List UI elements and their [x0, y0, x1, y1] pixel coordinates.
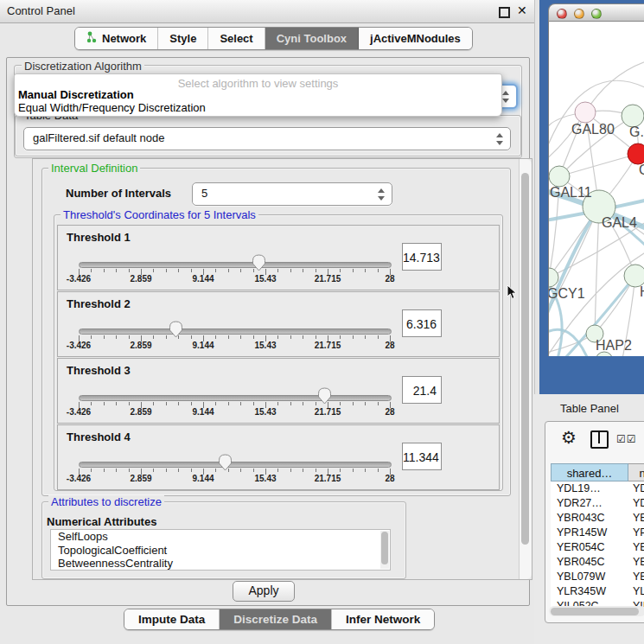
- network-window-titlebar[interactable]: [548, 3, 644, 22]
- column-header-shared[interactable]: shared…: [551, 463, 628, 481]
- slider-tick-label: 21.715: [315, 474, 341, 483]
- cell-name: YBL0: [633, 571, 644, 583]
- combo-arrows-icon: [502, 91, 509, 103]
- float-window-icon[interactable]: [499, 7, 510, 18]
- tab-select[interactable]: Select: [208, 28, 265, 49]
- slider-tick-label: 28: [385, 341, 394, 350]
- close-icon[interactable]: ✕: [517, 3, 527, 17]
- slider-tick: [290, 469, 291, 472]
- threshold-value-field[interactable]: 6.316: [402, 309, 442, 337]
- threshold-value-field[interactable]: 21.4: [402, 376, 442, 404]
- slider-track[interactable]: [79, 328, 392, 335]
- slider-track[interactable]: [79, 395, 392, 401]
- network-edge-highlight[interactable]: [549, 329, 588, 356]
- algorithm-dropdown-popup: Select algorithm to view settings Manual…: [14, 73, 502, 117]
- scrollbar-thumb[interactable]: [521, 173, 529, 545]
- slider-tick: [166, 402, 167, 405]
- numerical-attributes-list[interactable]: SelfLoopsTopologicalCoefficientBetweenne…: [50, 529, 391, 571]
- slider-tick: [178, 269, 179, 272]
- tab-jactivemnodules[interactable]: jActiveMNodules: [359, 28, 472, 49]
- scrollbar-thumb[interactable]: [551, 608, 639, 615]
- zoom-traffic-light-icon[interactable]: [591, 9, 602, 19]
- gear-icon[interactable]: ⚙: [561, 427, 577, 448]
- slider-tick: [240, 335, 241, 339]
- slider-tick: [228, 402, 229, 405]
- slider-tick: [91, 469, 92, 472]
- horizontal-scrollbar[interactable]: [549, 606, 644, 616]
- slider-tick-label: 15.43: [254, 407, 276, 417]
- attributes-scrollbar[interactable]: [380, 531, 389, 569]
- slider-thumb[interactable]: [252, 254, 266, 275]
- tab-cyni-toolbox[interactable]: Cyni Toolbox: [265, 28, 359, 49]
- combo-arrows-icon: [496, 133, 503, 145]
- table-row[interactable]: YDR27…YDR2: [551, 497, 644, 512]
- tab-infer-network[interactable]: Infer Network: [332, 609, 434, 629]
- tab-label: Network: [102, 32, 146, 45]
- attribute-item[interactable]: SelfLoops: [51, 530, 390, 544]
- split-columns-icon[interactable]: [590, 430, 609, 449]
- table-data-combobox[interactable]: galFiltered.sif default node: [23, 127, 511, 150]
- network-canvas[interactable]: GAL80G.CGAL11GAL4GCY1HHAP2: [548, 22, 644, 356]
- network-node-GAL11[interactable]: [549, 166, 570, 187]
- network-node-GAL80[interactable]: [575, 102, 596, 123]
- slider-tick: [153, 269, 154, 272]
- slider-tick: [215, 335, 216, 339]
- slider-tick: [104, 469, 105, 472]
- close-traffic-light-icon[interactable]: [557, 9, 567, 19]
- network-node-GCY1[interactable]: [549, 268, 558, 287]
- tab-discretize-data[interactable]: Discretize Data: [220, 609, 332, 629]
- network-view-window: GAL80G.CGAL11GAL4GCY1HHAP2: [548, 3, 644, 356]
- combo-arrows-icon: [378, 188, 385, 201]
- threshold-panel-3: Threshold 3-3.4262.8599.14415.4321.71528…: [57, 358, 500, 424]
- threshold-value-field[interactable]: 14.713: [402, 243, 442, 271]
- apply-button[interactable]: Apply: [233, 581, 295, 602]
- slider-tick: [316, 469, 316, 472]
- column-header-name[interactable]: na: [628, 463, 644, 481]
- slider-tick: [303, 335, 303, 339]
- slider-track[interactable]: [79, 462, 392, 468]
- threshold-label: Threshold 1: [67, 231, 131, 244]
- table-row[interactable]: YDL19…YDL1: [551, 482, 644, 497]
- slider-tick: [116, 469, 117, 472]
- tab-label: Select: [220, 32, 252, 45]
- slider-thumb[interactable]: [317, 387, 332, 408]
- network-icon: [86, 31, 98, 46]
- slider-tick: [240, 469, 241, 472]
- cell-shared-name: YBL079W: [557, 571, 628, 583]
- slider-track[interactable]: [79, 262, 392, 268]
- mouse-cursor: [507, 285, 518, 301]
- slider-tick: [378, 269, 379, 272]
- slider-thumb[interactable]: [218, 454, 233, 475]
- cell-shared-name: YPR145W: [557, 526, 628, 539]
- slider-tick: [129, 469, 130, 472]
- table-row[interactable]: YBR043CYBR0: [551, 512, 644, 526]
- table-row[interactable]: YLR345WYLR3: [551, 585, 644, 600]
- algorithm-option[interactable]: Manual Discretization: [18, 88, 134, 101]
- threshold-value-field[interactable]: 11.344: [402, 443, 442, 470]
- tab-style[interactable]: Style: [158, 28, 208, 49]
- vertical-scrollbar[interactable]: [519, 159, 532, 579]
- attribute-item[interactable]: TopologicalCoefficient: [51, 544, 390, 558]
- algorithm-option[interactable]: Equal Width/Frequency Discretization: [18, 101, 206, 114]
- tab-label: Cyni Toolbox: [277, 32, 347, 45]
- table-row[interactable]: YBL079WYBL0: [551, 571, 644, 585]
- network-edge[interactable]: [595, 207, 599, 334]
- cell-name: YLR3: [633, 585, 644, 597]
- slider-tick-label: 28: [385, 474, 394, 483]
- intervals-combobox[interactable]: 5: [192, 182, 392, 206]
- table-row[interactable]: YBR045CYBR0: [551, 556, 644, 571]
- tab-label: Style: [169, 32, 196, 45]
- tab-impute-data[interactable]: Impute Data: [124, 609, 220, 629]
- network-node-label: GAL4: [602, 215, 637, 230]
- minimize-traffic-light-icon[interactable]: [574, 9, 584, 19]
- network-node-label: H: [640, 284, 644, 299]
- slider-tick-label: 28: [385, 274, 394, 284]
- table-row[interactable]: YPR145WYPR1: [551, 526, 644, 541]
- network-node-C[interactable]: [628, 143, 644, 164]
- tab-network[interactable]: Network: [75, 28, 158, 49]
- checkbox-icons[interactable]: ☑☑: [616, 433, 637, 445]
- slider-thumb[interactable]: [169, 321, 183, 341]
- cell-shared-name: YDR27…: [557, 497, 628, 509]
- table-row[interactable]: YER054CYER0: [551, 541, 644, 556]
- attribute-item[interactable]: BetweennessCentrality: [51, 557, 390, 571]
